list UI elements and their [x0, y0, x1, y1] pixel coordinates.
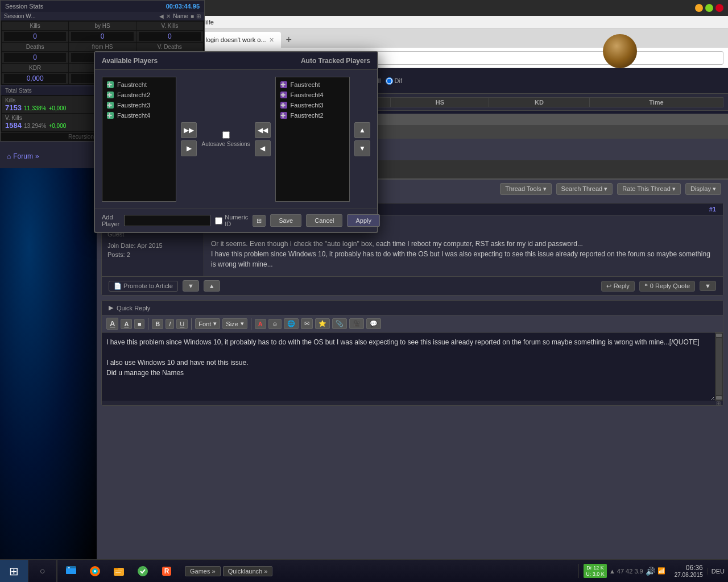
font-dropdown[interactable]: Font ▾ — [195, 318, 220, 329]
editor-btn-a2[interactable]: A — [121, 319, 132, 329]
move-left-btn[interactable]: ◀ — [255, 140, 271, 156]
reply-btn[interactable]: ↩ Reply — [601, 281, 635, 292]
numeric-id-checkbox[interactable] — [215, 217, 222, 225]
session-icon2: ⊞ — [196, 13, 201, 19]
display-btn[interactable]: Display ▾ — [685, 183, 721, 195]
player-item-tracked-2[interactable]: ✚ Faustrecht4 — [278, 90, 347, 100]
clock-date: 27.08.2015 — [675, 572, 703, 578]
size-dropdown-arrow: ▾ — [241, 320, 244, 327]
numeric-id-section: Numeric ID — [215, 214, 248, 227]
taskbar-file-mgr[interactable] — [107, 560, 130, 583]
modal-right-side-arrows: ▲ ▼ — [354, 77, 370, 202]
editor-btn-img6[interactable]: 💬 — [366, 318, 381, 329]
available-players-list: ✚ Faustrecht ✚ Faustrecht2 ✚ Faustrecht3… — [102, 77, 176, 202]
cancel-btn[interactable]: Cancel — [306, 214, 342, 227]
taskbar-app5[interactable]: R — [155, 560, 178, 583]
textarea-scrollbar[interactable] — [715, 332, 723, 401]
editor-btn-img3[interactable]: ⭐ — [315, 318, 330, 329]
total-acc-val: 13,294% — [24, 123, 46, 129]
save-btn[interactable]: Save — [270, 214, 301, 227]
dif-radio[interactable]: Dif — [386, 77, 402, 85]
minimize-btn[interactable] — [695, 4, 703, 12]
v-kills-label-block: V. Kills — [136, 22, 203, 30]
textarea-resize-handle[interactable]: ⊞ — [102, 401, 723, 405]
tab-close-auto[interactable]: × — [270, 35, 274, 44]
tracked-name-3: Faustrecht3 — [291, 102, 324, 109]
reply-quote-btn[interactable]: ❝ 0 Reply Quote — [639, 281, 695, 292]
thread-tools-btn[interactable]: Thread Tools ▾ — [500, 183, 551, 195]
quick-reply-textarea[interactable]: I have this problem since Windows 10, it… — [102, 332, 715, 401]
editor-btn-color2[interactable]: A — [255, 319, 266, 329]
total-hsr-val: 11,338% — [24, 105, 46, 111]
move-right-all-btn[interactable]: ▶▶ — [181, 122, 197, 138]
search-icon: ○ — [40, 566, 46, 576]
maximize-btn[interactable] — [705, 4, 713, 12]
games-btn[interactable]: Games » — [185, 566, 221, 576]
player-item-tracked-1[interactable]: ✚ Faustrecht — [278, 80, 347, 90]
taskbar-explorer[interactable] — [60, 560, 82, 583]
up-arrow-btn[interactable]: ▲ — [204, 280, 220, 292]
player-item-available-3[interactable]: ✚ Faustrecht3 — [105, 100, 173, 110]
apply-btn[interactable]: Apply — [347, 214, 380, 227]
search-thread-btn[interactable]: Search Thread ▾ — [556, 183, 613, 195]
editor-btn-underline[interactable]: U — [176, 319, 188, 329]
size-dropdown[interactable]: Size ▾ — [222, 318, 247, 329]
session-stats-label: Session Stats — [5, 3, 43, 10]
editor-btn-img4[interactable]: 📎 — [332, 318, 347, 329]
quicklaunch-btn[interactable]: Quicklaunch » — [223, 566, 273, 576]
post-number: #1 — [709, 206, 716, 213]
post-body-text: Or it seems. Even though I check the "au… — [211, 239, 716, 269]
tracker-modal-header: Available Players Auto Tracked Players — [95, 52, 377, 70]
app4-icon — [136, 565, 149, 577]
player-item-available-2[interactable]: ✚ Faustrecht2 — [105, 90, 173, 100]
editor-btn-smiley[interactable]: ☺ — [268, 319, 282, 329]
start-btn[interactable]: ⊞ — [0, 560, 28, 583]
session-close-x[interactable]: ✕ — [166, 13, 171, 19]
player-icon-3: ✚ — [107, 102, 114, 109]
player-item-tracked-3[interactable]: ✚ Faustrecht3 — [278, 100, 347, 110]
promote-icon: 📄 — [114, 282, 122, 289]
available-players-header: Available Players — [102, 57, 158, 65]
taskbar-pinned-apps: R — [57, 560, 180, 583]
close-btn[interactable] — [715, 4, 723, 12]
editor-btn-color[interactable]: ■ — [134, 319, 144, 329]
editor-btn-img1[interactable]: 🌐 — [284, 318, 299, 329]
method-col3: KD — [489, 97, 590, 107]
grid-btn[interactable]: ⊞ — [253, 215, 266, 227]
add-player-input[interactable] — [124, 215, 210, 226]
speaker-icon[interactable]: 🔊 — [646, 567, 655, 576]
move-right-btn[interactable]: ▶ — [181, 140, 197, 156]
taskbar-clock[interactable]: 06:36 27.08.2015 — [670, 564, 708, 578]
rate-thread-btn[interactable]: Rate This Thread ▾ — [617, 183, 681, 195]
player-icon-2: ✚ — [107, 92, 114, 98]
move-down-btn[interactable]: ▼ — [354, 140, 370, 156]
autosave-checkbox[interactable] — [222, 131, 230, 139]
network-icon[interactable]: 📶 — [657, 567, 665, 575]
move-up-btn[interactable]: ▲ — [354, 122, 370, 138]
move-left-all-btn[interactable]: ◀◀ — [255, 122, 271, 138]
sidebar-forum-nav[interactable]: ⌂ Forum » — [0, 149, 97, 164]
tracked-players-list: ✚ Faustrecht ✚ Faustrecht4 ✚ Faustrecht3… — [275, 77, 350, 202]
editor-btn-a1[interactable]: A — [106, 318, 118, 330]
post-actions: 📄 Promote to Article ▼ ▲ ↩ Reply ❝ 0 Rep… — [102, 276, 723, 295]
editor-btn-img5[interactable]: 🎥 — [349, 318, 364, 329]
player-item-available-4[interactable]: ✚ Faustrecht4 — [105, 110, 173, 120]
add-player-label: Add Player — [102, 214, 119, 227]
quick-reply-header[interactable]: ▶ Quick Reply — [102, 301, 723, 315]
down-arrow-btn[interactable]: ▼ — [183, 280, 199, 292]
editor-btn-bold[interactable]: B — [152, 319, 163, 329]
taskbar-firefox[interactable] — [84, 560, 106, 583]
taskbar-search-btn[interactable]: ○ — [28, 560, 57, 583]
session-arrow-left[interactable]: ◀ — [159, 13, 164, 19]
total-stats-label: Total Stats — [5, 88, 32, 94]
new-tab-btn[interactable]: + — [281, 32, 297, 48]
taskbar-app4[interactable] — [131, 560, 154, 583]
tracked-players-header: Auto Tracked Players — [301, 57, 370, 65]
editor-btn-img2[interactable]: ✉ — [301, 318, 313, 329]
editor-btn-italic[interactable]: I — [166, 319, 174, 329]
promote-btn[interactable]: 📄 Promote to Article — [109, 281, 178, 292]
multi-quote-btn[interactable]: ▼ — [700, 281, 716, 291]
player-item-available-1[interactable]: ✚ Faustrecht — [105, 80, 173, 90]
editor-body: I have this problem since Windows 10, it… — [102, 332, 723, 401]
player-item-tracked-4[interactable]: ✚ Faustrecht2 — [278, 110, 347, 120]
